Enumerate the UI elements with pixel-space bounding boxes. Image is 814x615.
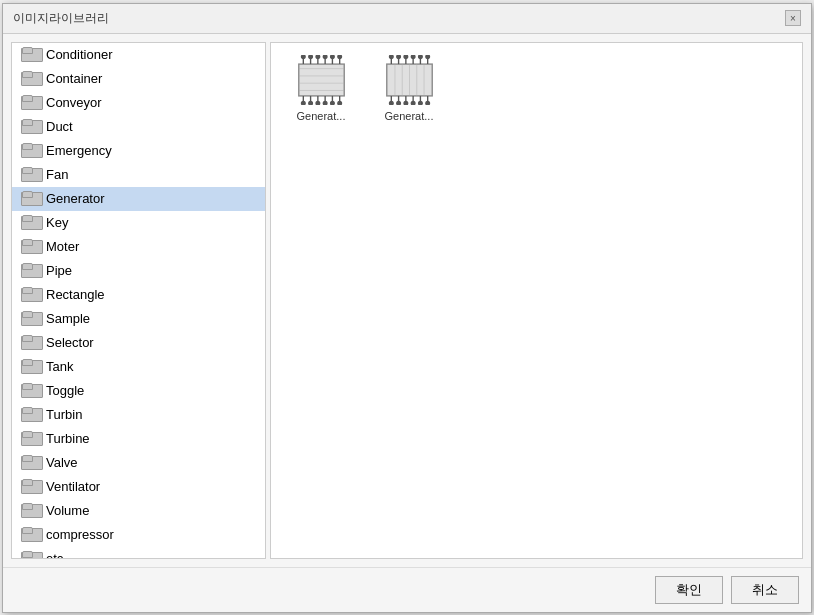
folder-icon-tank [20, 358, 42, 376]
list-item-label-fan: Fan [46, 167, 68, 182]
image-thumb-gen1 [291, 53, 351, 108]
list-item-label-generator: Generator [46, 191, 105, 206]
list-item-label-tank: Tank [46, 359, 73, 374]
image-label-gen1: Generat... [297, 110, 346, 122]
list-item-volume[interactable]: Volume [12, 499, 265, 523]
list-item-label-etc: etc [46, 551, 63, 558]
image-item-gen2[interactable]: Generat... [369, 53, 449, 122]
list-item-compressor[interactable]: compressor [12, 523, 265, 547]
svg-point-53 [425, 101, 429, 105]
folder-icon-pipe [20, 262, 42, 280]
list-item-key[interactable]: Key [12, 211, 265, 235]
folder-icon-rectangle [20, 286, 42, 304]
list-item-label-duct: Duct [46, 119, 73, 134]
dialog-body: ConditionerContainerConveyorDuctEmergenc… [3, 34, 811, 567]
list-item-turbine[interactable]: Turbine [12, 427, 265, 451]
image-label-gen2: Generat... [385, 110, 434, 122]
list-item-label-emergency: Emergency [46, 143, 112, 158]
folder-icon-turbine [20, 430, 42, 448]
svg-point-51 [418, 101, 422, 105]
svg-point-22 [330, 101, 334, 105]
title-bar: 이미지라이브러리 × [3, 4, 811, 34]
folder-icon-generator [20, 190, 42, 208]
list-item-conveyor[interactable]: Conveyor [12, 91, 265, 115]
dialog: 이미지라이브러리 × ConditionerContainerConveyorD… [2, 3, 812, 613]
svg-rect-0 [298, 64, 343, 96]
list-item-generator[interactable]: Generator [12, 187, 265, 211]
svg-point-31 [389, 55, 393, 59]
folder-icon-toggle [20, 382, 42, 400]
image-item-gen1[interactable]: Generat... [281, 53, 361, 122]
close-button[interactable]: × [785, 10, 801, 26]
folder-icon-key [20, 214, 42, 232]
list-item-fan[interactable]: Fan [12, 163, 265, 187]
list-item-label-volume: Volume [46, 503, 89, 518]
svg-point-39 [418, 55, 422, 59]
svg-point-18 [316, 101, 320, 105]
list-item-label-valve: Valve [46, 455, 78, 470]
list-item-valve[interactable]: Valve [12, 451, 265, 475]
category-list[interactable]: ConditionerContainerConveyorDuctEmergenc… [12, 43, 265, 558]
folder-icon-emergency [20, 142, 42, 160]
left-panel: ConditionerContainerConveyorDuctEmergenc… [11, 42, 266, 559]
svg-point-2 [301, 55, 305, 59]
list-item-label-compressor: compressor [46, 527, 114, 542]
list-item-label-selector: Selector [46, 335, 94, 350]
folder-icon-conveyor [20, 94, 42, 112]
list-item-label-conditioner: Conditioner [46, 47, 113, 62]
list-item-label-ventilator: Ventilator [46, 479, 100, 494]
list-item-label-turbine: Turbine [46, 431, 90, 446]
list-item-turbin[interactable]: Turbin [12, 403, 265, 427]
title-text: 이미지라이브러리 [13, 10, 109, 27]
svg-point-49 [411, 101, 415, 105]
folder-icon-conditioner [20, 46, 42, 64]
svg-point-10 [330, 55, 334, 59]
svg-point-16 [308, 101, 312, 105]
list-item-emergency[interactable]: Emergency [12, 139, 265, 163]
folder-icon-valve [20, 454, 42, 472]
svg-point-43 [389, 101, 393, 105]
svg-point-24 [337, 101, 341, 105]
list-item-label-pipe: Pipe [46, 263, 72, 278]
list-item-duct[interactable]: Duct [12, 115, 265, 139]
list-item-selector[interactable]: Selector [12, 331, 265, 355]
list-item-moter[interactable]: Moter [12, 235, 265, 259]
cancel-button[interactable]: 취소 [731, 576, 799, 604]
list-item-toggle[interactable]: Toggle [12, 379, 265, 403]
list-item-pipe[interactable]: Pipe [12, 259, 265, 283]
folder-icon-fan [20, 166, 42, 184]
list-item-container[interactable]: Container [12, 67, 265, 91]
folder-icon-sample [20, 310, 42, 328]
confirm-button[interactable]: 확인 [655, 576, 723, 604]
list-item-ventilator[interactable]: Ventilator [12, 475, 265, 499]
svg-point-37 [411, 55, 415, 59]
list-item-etc[interactable]: etc [12, 547, 265, 558]
list-item-sample[interactable]: Sample [12, 307, 265, 331]
folder-icon-moter [20, 238, 42, 256]
image-panel: Generat...Generat... [270, 42, 803, 559]
image-thumb-gen2 [379, 53, 439, 108]
folder-icon-ventilator [20, 478, 42, 496]
svg-point-6 [316, 55, 320, 59]
folder-icon-compressor [20, 526, 42, 544]
svg-point-45 [396, 101, 400, 105]
folder-icon-volume [20, 502, 42, 520]
svg-point-14 [301, 101, 305, 105]
list-item-conditioner[interactable]: Conditioner [12, 43, 265, 67]
svg-point-4 [308, 55, 312, 59]
folder-icon-container [20, 70, 42, 88]
list-item-label-turbin: Turbin [46, 407, 82, 422]
list-item-label-key: Key [46, 215, 68, 230]
list-item-label-toggle: Toggle [46, 383, 84, 398]
list-item-label-rectangle: Rectangle [46, 287, 105, 302]
folder-icon-turbin [20, 406, 42, 424]
list-item-tank[interactable]: Tank [12, 355, 265, 379]
folder-icon-duct [20, 118, 42, 136]
svg-point-8 [323, 55, 327, 59]
list-item-label-moter: Moter [46, 239, 79, 254]
svg-point-12 [337, 55, 341, 59]
list-item-rectangle[interactable]: Rectangle [12, 283, 265, 307]
footer: 확인 취소 [3, 567, 811, 612]
list-item-label-conveyor: Conveyor [46, 95, 102, 110]
folder-icon-etc [20, 550, 42, 558]
